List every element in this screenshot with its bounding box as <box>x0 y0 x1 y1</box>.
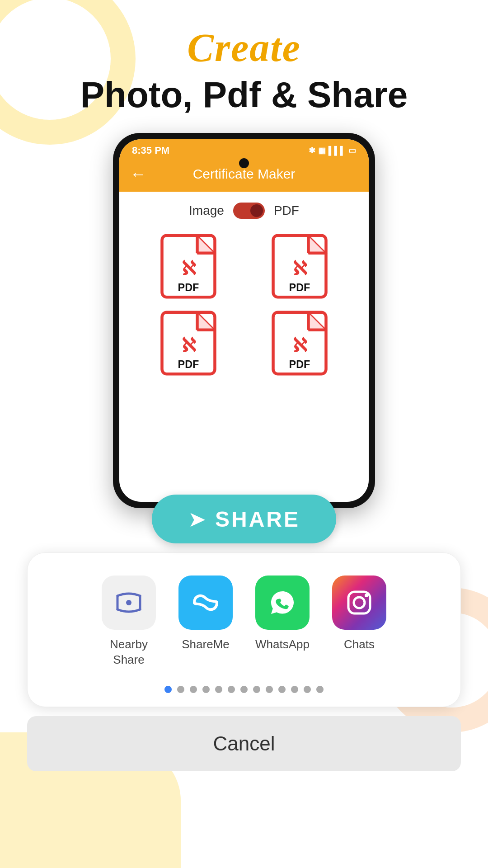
svg-text:ℵ: ℵ <box>293 335 307 356</box>
wifi-icon: ▦ <box>318 146 326 156</box>
phone-notch <box>239 158 249 168</box>
toggle-pdf-label: PDF <box>274 203 299 218</box>
dot-5 <box>228 686 235 693</box>
svg-text:ℵ: ℵ <box>182 258 196 279</box>
page-dots <box>46 686 442 693</box>
share-arrow-icon: ➤ <box>188 506 206 532</box>
back-button[interactable]: ← <box>130 165 146 184</box>
bluetooth-icon: ✱ <box>309 146 315 156</box>
svg-point-28 <box>354 597 365 608</box>
cancel-button[interactable]: Cancel <box>27 716 461 771</box>
svg-point-29 <box>365 594 368 597</box>
share-app-whatsapp[interactable]: WhatsApp <box>255 576 310 652</box>
header-subtitle: Photo, Pdf & Share <box>80 75 408 115</box>
whatsapp-label: WhatsApp <box>255 637 310 652</box>
share-app-chats[interactable]: Chats <box>332 576 386 652</box>
header-create: Create <box>187 25 301 71</box>
instagram-icon <box>332 576 386 630</box>
share-panel: NearbyShare ShareMe <box>27 552 461 707</box>
dot-0 <box>164 686 172 693</box>
svg-point-26 <box>126 600 131 605</box>
dot-7 <box>253 686 260 693</box>
dot-1 <box>177 686 184 693</box>
toggle-knob <box>250 204 263 217</box>
dot-10 <box>291 686 298 693</box>
whatsapp-icon <box>255 576 310 630</box>
share-apps-row: NearbyShare ShareMe <box>46 576 442 668</box>
nearby-share-label: NearbyShare <box>110 637 148 668</box>
chats-label: Chats <box>344 637 375 652</box>
status-icons: ✱ ▦ ▌▌▌ ▭ <box>309 146 356 156</box>
share-button[interactable]: ➤ SHARE <box>152 495 336 543</box>
dot-11 <box>304 686 311 693</box>
toggle-image-label: Image <box>189 203 224 218</box>
dot-3 <box>202 686 210 693</box>
svg-text:PDF: PDF <box>178 282 199 293</box>
app-title: Certificate Maker <box>193 166 296 182</box>
dot-9 <box>278 686 286 693</box>
dot-4 <box>215 686 222 693</box>
svg-text:ℵ: ℵ <box>182 335 196 356</box>
share-button-label: SHARE <box>215 507 300 532</box>
nearby-share-icon <box>102 576 156 630</box>
status-time: 8:35 PM <box>132 145 169 156</box>
pdf-item-1[interactable]: ℵ PDF <box>137 232 239 300</box>
dot-8 <box>266 686 273 693</box>
battery-icon: ▭ <box>348 146 356 156</box>
toggle-row: Image PDF <box>119 192 369 228</box>
svg-text:PDF: PDF <box>289 359 310 370</box>
pdf-item-2[interactable]: ℵ PDF <box>249 232 351 300</box>
share-app-nearby[interactable]: NearbyShare <box>102 576 156 668</box>
svg-text:ℵ: ℵ <box>293 258 307 279</box>
dot-2 <box>190 686 197 693</box>
phone-mockup: 8:35 PM ✱ ▦ ▌▌▌ ▭ ← Certificate Maker Im… <box>113 133 375 508</box>
svg-text:PDF: PDF <box>178 359 199 370</box>
dot-6 <box>240 686 248 693</box>
phone-screen: 8:35 PM ✱ ▦ ▌▌▌ ▭ ← Certificate Maker Im… <box>119 139 369 502</box>
status-bar: 8:35 PM ✱ ▦ ▌▌▌ ▭ <box>119 139 369 159</box>
share-app-shareme[interactable]: ShareMe <box>178 576 233 652</box>
pdf-item-3[interactable]: ℵ PDF <box>137 309 239 377</box>
shareme-label: ShareMe <box>182 637 230 652</box>
pdf-item-4[interactable]: ℵ PDF <box>249 309 351 377</box>
share-button-container: ➤ SHARE <box>152 495 336 543</box>
pdf-grid: ℵ PDF ℵ PDF <box>119 228 369 386</box>
dot-12 <box>316 686 324 693</box>
svg-text:PDF: PDF <box>289 282 310 293</box>
signal-icon: ▌▌▌ <box>328 146 346 156</box>
shareme-icon <box>178 576 233 630</box>
toggle-switch[interactable] <box>233 203 265 219</box>
